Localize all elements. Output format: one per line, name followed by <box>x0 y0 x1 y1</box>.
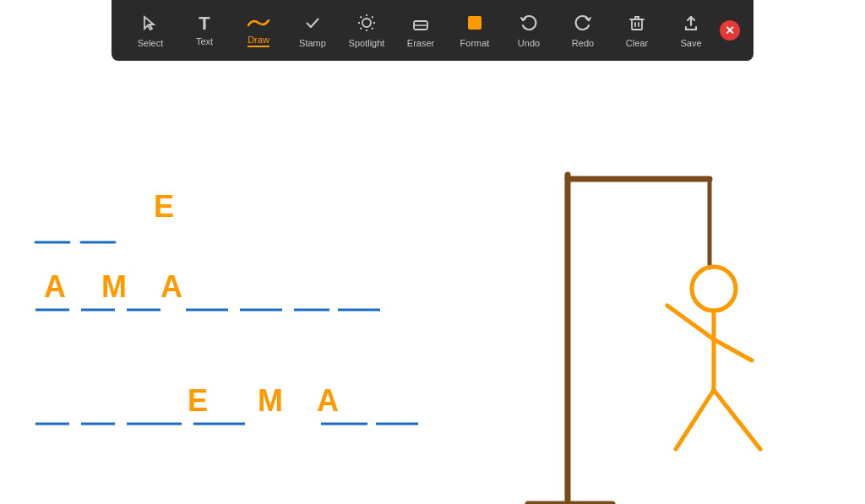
canvas-area[interactable]: E A M A E M A <box>0 61 865 504</box>
spotlight-icon <box>357 14 376 35</box>
draw-tool[interactable]: Draw <box>233 5 284 56</box>
svg-rect-11 <box>468 16 481 30</box>
letter-a3: A <box>317 386 339 416</box>
select-label: Select <box>138 38 164 48</box>
svg-line-6 <box>372 28 373 30</box>
text-icon: T <box>199 14 209 33</box>
redo-label: Redo <box>572 38 594 48</box>
text-tool[interactable]: T Text <box>179 5 230 56</box>
redo-icon <box>574 14 592 35</box>
svg-rect-12 <box>632 19 642 30</box>
close-button[interactable]: ✕ <box>720 20 740 41</box>
stamp-icon <box>303 14 322 35</box>
clear-tool[interactable]: Clear <box>612 5 662 56</box>
letter-a1: A <box>44 272 66 302</box>
letter-e2: E <box>188 386 208 416</box>
draw-label: Draw <box>248 35 269 47</box>
letter-a2: A <box>160 272 182 302</box>
text-label: Text <box>196 36 213 46</box>
draw-icon <box>247 14 270 31</box>
clear-label: Clear <box>626 38 648 48</box>
spotlight-label: Spotlight <box>349 38 385 48</box>
svg-point-38 <box>692 267 736 311</box>
spotlight-tool[interactable]: Spotlight <box>341 5 392 56</box>
format-label: Format <box>460 38 490 48</box>
undo-label: Undo <box>518 38 540 48</box>
svg-line-42 <box>676 390 714 449</box>
letter-m2: M <box>258 386 283 416</box>
redo-tool[interactable]: Redo <box>558 5 608 56</box>
svg-line-7 <box>372 16 373 18</box>
select-tool[interactable]: Select <box>125 5 176 56</box>
letter-e1: E <box>154 192 174 222</box>
eraser-label: Eraser <box>407 38 434 48</box>
eraser-icon <box>411 14 430 35</box>
toolbar: Select T Text Draw Stamp <box>112 0 753 61</box>
letter-m1: M <box>101 272 127 302</box>
format-icon <box>465 14 484 35</box>
svg-point-0 <box>362 19 371 27</box>
stamp-label: Stamp <box>299 38 326 48</box>
stamp-tool[interactable]: Stamp <box>287 5 338 56</box>
drawing-canvas <box>0 61 865 504</box>
clear-icon <box>628 14 646 35</box>
undo-tool[interactable]: Undo <box>503 5 554 56</box>
format-tool[interactable]: Format <box>449 5 500 56</box>
svg-line-5 <box>361 16 362 18</box>
svg-line-43 <box>714 390 760 449</box>
select-icon <box>141 14 160 35</box>
save-tool[interactable]: Save <box>666 5 716 56</box>
save-label: Save <box>680 38 701 48</box>
eraser-tool[interactable]: Eraser <box>395 5 446 56</box>
svg-line-41 <box>714 339 752 360</box>
undo-icon <box>520 14 538 35</box>
save-icon <box>682 14 700 35</box>
svg-line-8 <box>361 28 362 30</box>
